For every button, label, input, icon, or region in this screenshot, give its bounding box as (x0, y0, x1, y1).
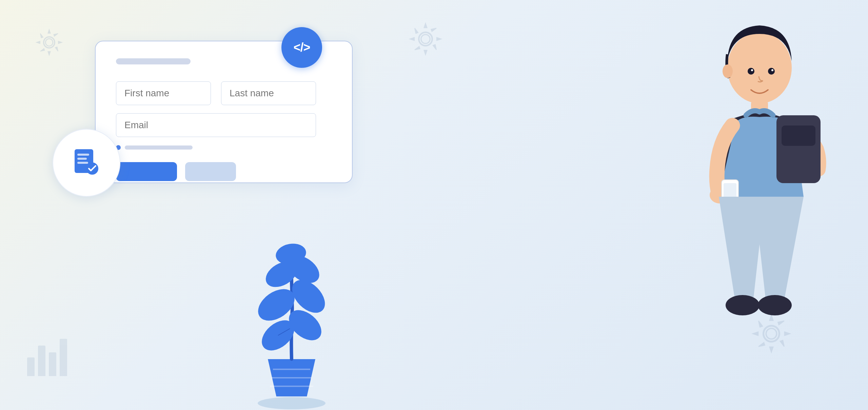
svg-point-3 (421, 35, 430, 43)
svg-rect-9 (77, 162, 88, 164)
form-email-row (116, 113, 332, 137)
form-progress-row (116, 145, 332, 150)
first-name-input[interactable] (116, 81, 211, 105)
gear-icon-top-left (34, 27, 64, 58)
bar-chart (27, 339, 67, 376)
gear-icon-top-right (407, 20, 444, 58)
svg-rect-8 (77, 158, 87, 160)
svg-point-29 (751, 69, 753, 71)
svg-point-28 (748, 68, 754, 75)
form-document-icon (71, 148, 102, 178)
svg-rect-7 (77, 154, 89, 156)
code-icon-circle: </> (281, 27, 322, 68)
bar-2 (38, 346, 45, 376)
svg-point-30 (768, 68, 775, 75)
svg-rect-37 (782, 125, 815, 146)
svg-point-13 (258, 397, 326, 409)
svg-point-39 (758, 295, 792, 315)
submit-button[interactable] (116, 162, 177, 181)
bar-3 (49, 352, 56, 376)
last-name-input[interactable] (221, 81, 316, 105)
bar-1 (27, 357, 35, 376)
svg-point-38 (726, 295, 760, 315)
plant-illustration (237, 207, 346, 410)
svg-point-27 (723, 64, 733, 78)
form-buttons-row (116, 162, 332, 181)
svg-point-1 (45, 39, 53, 46)
code-icon-label: </> (293, 40, 310, 55)
progress-bar (125, 145, 193, 150)
svg-point-31 (771, 69, 773, 71)
cancel-button[interactable] (185, 162, 236, 181)
form-title-decoration (116, 58, 191, 64)
email-input[interactable] (116, 113, 316, 137)
form-name-row (116, 81, 332, 105)
bar-4 (60, 339, 67, 376)
form-icon-circle (53, 129, 120, 197)
person-illustration (631, 0, 868, 410)
